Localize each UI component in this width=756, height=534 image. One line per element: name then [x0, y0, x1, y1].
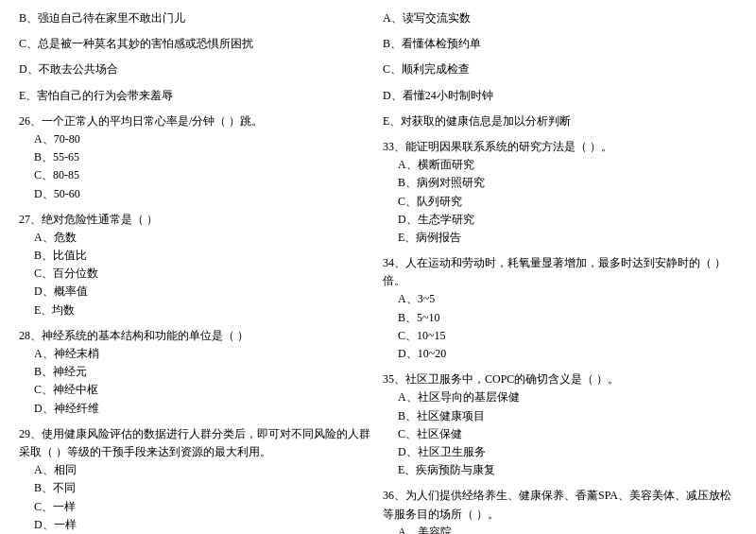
- option-q35-1: B、社区健康项目: [383, 407, 737, 425]
- question-block-q29: 29、使用健康风险评估的数据进行人群分类后，即可对不同风险的人群采取（ ）等级的…: [19, 425, 373, 534]
- option-q28-1: B、神经元: [19, 363, 373, 381]
- question-block-q_r_d1: D、看懂24小时制时钟: [383, 87, 737, 105]
- question-block-q35: 35、社区卫服务中，COPC的确切含义是（ ）。A、社区导向的基层保健B、社区健…: [383, 370, 737, 479]
- question-block-q36: 36、为人们提供经络养生、健康保养、香薰SPA、美容美体、减压放松等服务目的场所…: [383, 487, 737, 534]
- option-q27-2: C、百分位数: [19, 265, 373, 283]
- question-text-q_b1: B、强迫自己待在家里不敢出门儿: [19, 9, 373, 27]
- question-text-q_r_b1: B、看懂体检预约单: [383, 35, 737, 53]
- option-q34-2: C、10~15: [383, 327, 737, 345]
- option-q35-3: D、社区卫生服务: [383, 443, 737, 461]
- option-q34-3: D、10~20: [383, 345, 737, 363]
- option-q33-1: B、病例对照研究: [383, 174, 737, 192]
- question-text-q_r_c1: C、顺利完成检查: [383, 60, 737, 78]
- option-q35-2: C、社区保健: [383, 425, 737, 443]
- question-block-q26: 26、一个正常人的平均日常心率是/分钟（ ）跳。A、70-80B、55-65C、…: [19, 112, 373, 203]
- right-column: A、读写交流实数B、看懂体检预约单C、顺利完成检查D、看懂24小时制时钟E、对获…: [383, 9, 737, 534]
- question-text-q34: 34、人在运动和劳动时，耗氧量显著增加，最多时达到安静时的（ ）倍。: [383, 254, 737, 290]
- question-block-q_d1: D、不敢去公共场合: [19, 60, 373, 78]
- option-q33-0: A、横断面研究: [383, 156, 737, 174]
- question-text-q_e1: E、害怕自己的行为会带来羞辱: [19, 87, 373, 105]
- option-q26-1: B、55-65: [19, 148, 373, 166]
- option-q26-0: A、70-80: [19, 130, 373, 148]
- question-text-q27: 27、绝对危险性通常是（ ）: [19, 211, 373, 229]
- left-column: B、强迫自己待在家里不敢出门儿C、总是被一种莫名其妙的害怕感或恐惧所困扰D、不敢…: [19, 9, 373, 534]
- question-text-q_d1: D、不敢去公共场合: [19, 60, 373, 78]
- question-text-q_r_d1: D、看懂24小时制时钟: [383, 87, 737, 105]
- option-q29-3: D、一样: [19, 516, 373, 534]
- question-text-q35: 35、社区卫服务中，COPC的确切含义是（ ）。: [383, 370, 737, 388]
- option-q34-0: A、3~5: [383, 290, 737, 308]
- question-text-q_c1: C、总是被一种莫名其妙的害怕感或恐惧所困扰: [19, 35, 373, 53]
- option-q36-0: A、美容院: [383, 524, 737, 534]
- option-q29-1: B、不同: [19, 479, 373, 497]
- question-block-q28: 28、神经系统的基本结构和功能的单位是（ ）A、神经末梢B、神经元C、神经中枢D…: [19, 327, 373, 418]
- option-q27-0: A、危数: [19, 229, 373, 247]
- question-block-q_r_b1: B、看懂体检预约单: [383, 35, 737, 53]
- question-text-q33: 33、能证明因果联系系统的研究方法是（ ）。: [383, 138, 737, 156]
- question-text-q28: 28、神经系统的基本结构和功能的单位是（ ）: [19, 327, 373, 345]
- option-q33-4: E、病例报告: [383, 229, 737, 247]
- question-text-q29: 29、使用健康风险评估的数据进行人群分类后，即可对不同风险的人群采取（ ）等级的…: [19, 425, 373, 461]
- option-q29-2: C、一样: [19, 498, 373, 516]
- option-q26-2: C、80-85: [19, 166, 373, 184]
- question-block-q_c1: C、总是被一种莫名其妙的害怕感或恐惧所困扰: [19, 35, 373, 53]
- question-block-q_r_e1: E、对获取的健康信息是加以分析判断: [383, 112, 737, 130]
- option-q35-0: A、社区导向的基层保健: [383, 388, 737, 406]
- question-text-q_r_e1: E、对获取的健康信息是加以分析判断: [383, 112, 737, 130]
- option-q33-2: C、队列研究: [383, 193, 737, 211]
- question-text-q36: 36、为人们提供经络养生、健康保养、香薰SPA、美容美体、减压放松等服务目的场所…: [383, 487, 737, 523]
- question-block-q33: 33、能证明因果联系系统的研究方法是（ ）。A、横断面研究B、病例对照研究C、队…: [383, 138, 737, 247]
- question-text-q26: 26、一个正常人的平均日常心率是/分钟（ ）跳。: [19, 112, 373, 130]
- option-q28-3: D、神经纤维: [19, 400, 373, 418]
- option-q27-4: E、均数: [19, 301, 373, 319]
- option-q35-4: E、疾病预防与康复: [383, 461, 737, 479]
- question-block-q_r_a1: A、读写交流实数: [383, 9, 737, 27]
- option-q28-0: A、神经末梢: [19, 345, 373, 363]
- question-block-q_b1: B、强迫自己待在家里不敢出门儿: [19, 9, 373, 27]
- question-block-q27: 27、绝对危险性通常是（ ）A、危数B、比值比C、百分位数D、概率值E、均数: [19, 211, 373, 319]
- option-q27-1: B、比值比: [19, 247, 373, 265]
- question-block-q_e1: E、害怕自己的行为会带来羞辱: [19, 87, 373, 105]
- question-text-q_r_a1: A、读写交流实数: [383, 9, 737, 27]
- option-q26-3: D、50-60: [19, 185, 373, 203]
- question-block-q34: 34、人在运动和劳动时，耗氧量显著增加，最多时达到安静时的（ ）倍。A、3~5B…: [383, 254, 737, 363]
- option-q34-1: B、5~10: [383, 309, 737, 327]
- option-q28-2: C、神经中枢: [19, 381, 373, 399]
- option-q27-3: D、概率值: [19, 283, 373, 301]
- option-q33-3: D、生态学研究: [383, 211, 737, 229]
- question-block-q_r_c1: C、顺利完成检查: [383, 60, 737, 78]
- option-q29-0: A、相同: [19, 461, 373, 479]
